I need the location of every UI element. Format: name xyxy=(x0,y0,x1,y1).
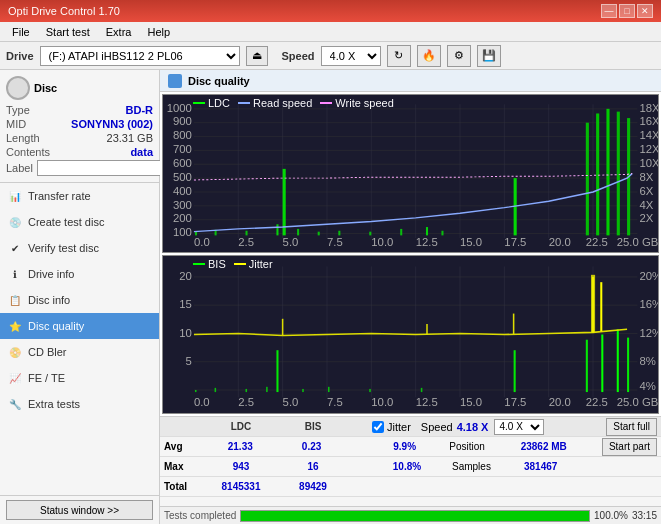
menu-start-test[interactable]: Start test xyxy=(38,24,98,40)
max-bis-value: 16 xyxy=(278,461,348,472)
sidebar-item-label: Create test disc xyxy=(28,216,104,228)
save-button[interactable]: 💾 xyxy=(477,45,501,67)
total-ldc-value: 8145331 xyxy=(206,481,276,492)
svg-text:12.5: 12.5 xyxy=(416,236,438,247)
sidebar-item-extra-tests[interactable]: 🔧 Extra tests xyxy=(0,391,159,417)
disc-mid-value: SONYNN3 (002) xyxy=(71,118,153,130)
svg-rect-59 xyxy=(426,227,428,235)
sidebar-item-cd-bler[interactable]: 📀 CD Bler xyxy=(0,339,159,365)
svg-text:4%: 4% xyxy=(639,380,655,392)
stats-panel: LDC BIS Jitter Speed 4.18 X 4.0 X Start … xyxy=(160,416,661,506)
start-full-button[interactable]: Start full xyxy=(606,418,657,436)
minimize-button[interactable]: — xyxy=(601,4,617,18)
legend-ldc: LDC xyxy=(193,97,230,109)
disc-type-value: BD-R xyxy=(126,104,154,116)
svg-text:15: 15 xyxy=(179,298,192,310)
ldc-legend-color xyxy=(193,102,205,104)
svg-text:20: 20 xyxy=(179,270,192,282)
disc-label-input[interactable] xyxy=(37,160,166,176)
svg-text:2X: 2X xyxy=(639,213,653,224)
maximize-button[interactable]: □ xyxy=(619,4,635,18)
svg-text:15.0: 15.0 xyxy=(460,396,482,408)
svg-rect-112 xyxy=(514,350,516,392)
jitter-checkbox[interactable] xyxy=(372,421,384,433)
drive-label: Drive xyxy=(6,50,34,62)
sidebar-item-fe-te[interactable]: 📈 FE / TE xyxy=(0,365,159,391)
ldc-chart: LDC Read speed Write speed xyxy=(162,94,659,253)
sidebar-item-create-test-disc[interactable]: 💿 Create test disc xyxy=(0,209,159,235)
menu-extra[interactable]: Extra xyxy=(98,24,140,40)
speed-select[interactable]: 4.0 X xyxy=(321,46,381,66)
menu-help[interactable]: Help xyxy=(139,24,178,40)
position-value: 23862 MB xyxy=(521,441,600,452)
sidebar-item-transfer-rate[interactable]: 📊 Transfer rate xyxy=(0,183,159,209)
stats-avg-row: Avg 21.33 0.23 9.9% Position 23862 MB St… xyxy=(160,437,661,457)
drive-info-icon: ℹ xyxy=(8,267,22,281)
progress-bar-area: Tests completed 100.0% 33:15 xyxy=(160,506,661,524)
status-window-button[interactable]: Status window >> xyxy=(6,500,153,520)
svg-rect-106 xyxy=(266,387,268,392)
disc-length-label: Length xyxy=(6,132,40,144)
svg-rect-65 xyxy=(606,109,609,236)
speed-select-stats[interactable]: 4.0 X xyxy=(494,419,544,435)
speed-label: Speed xyxy=(282,50,315,62)
svg-text:0.0: 0.0 xyxy=(194,396,210,408)
main-layout: Disc Type BD-R MID SONYNN3 (002) Length … xyxy=(0,70,661,524)
svg-rect-64 xyxy=(596,113,599,235)
stats-ldc-header: LDC xyxy=(206,421,276,432)
stats-max-row: Max 943 16 10.8% Samples 381467 xyxy=(160,457,661,477)
sidebar-item-drive-info[interactable]: ℹ Drive info xyxy=(0,261,159,287)
svg-rect-55 xyxy=(318,232,320,236)
svg-text:0.0: 0.0 xyxy=(194,236,210,247)
start-part-button[interactable]: Start part xyxy=(602,438,657,456)
burn-button[interactable]: 🔥 xyxy=(417,45,441,67)
sidebar-item-verify-test-disc[interactable]: ✔ Verify test disc xyxy=(0,235,159,261)
disc-info-icon: 📋 xyxy=(8,293,22,307)
disc-mid-label: MID xyxy=(6,118,26,130)
sidebar-item-label: Extra tests xyxy=(28,398,80,410)
svg-rect-107 xyxy=(276,350,278,392)
total-label: Total xyxy=(164,481,204,492)
svg-text:2.5: 2.5 xyxy=(238,396,254,408)
svg-text:5: 5 xyxy=(186,355,192,367)
sidebar-item-disc-info[interactable]: 📋 Disc info xyxy=(0,287,159,313)
progress-time: 33:15 xyxy=(632,510,657,521)
samples-value: 381467 xyxy=(524,461,557,472)
svg-text:800: 800 xyxy=(173,130,192,141)
svg-text:16%: 16% xyxy=(639,298,658,310)
svg-text:25.0 GB: 25.0 GB xyxy=(617,396,658,408)
disc-label-key: Label xyxy=(6,162,33,174)
sidebar-item-label: Verify test disc xyxy=(28,242,99,254)
drive-select[interactable]: (F:) ATAPI iHBS112 2 PL06 xyxy=(40,46,240,66)
svg-text:300: 300 xyxy=(173,199,192,210)
status-section: Status window >> xyxy=(0,495,159,524)
svg-text:16X: 16X xyxy=(639,116,658,127)
legend-read-speed-label: Read speed xyxy=(253,97,312,109)
svg-rect-113 xyxy=(586,340,588,392)
svg-text:8X: 8X xyxy=(639,171,653,182)
svg-rect-53 xyxy=(276,224,278,235)
total-bis-value: 89429 xyxy=(278,481,348,492)
svg-text:12%: 12% xyxy=(639,327,658,339)
disc-section-title: Disc xyxy=(34,82,57,94)
svg-text:6X: 6X xyxy=(639,185,653,196)
refresh-button[interactable]: ↻ xyxy=(387,45,411,67)
svg-text:600: 600 xyxy=(173,158,192,169)
svg-text:10X: 10X xyxy=(639,158,658,169)
disc-label-row: Label 🔍 xyxy=(6,160,153,176)
menu-file[interactable]: File xyxy=(4,24,38,40)
svg-text:20%: 20% xyxy=(639,270,658,282)
sidebar-item-disc-quality[interactable]: ⭐ Disc quality xyxy=(0,313,159,339)
legend-write-speed: Write speed xyxy=(320,97,394,109)
legend-bis-label: BIS xyxy=(208,258,226,270)
svg-text:12.5: 12.5 xyxy=(416,396,438,408)
close-button[interactable]: ✕ xyxy=(637,4,653,18)
eject-button[interactable]: ⏏ xyxy=(246,46,268,66)
bis-chart: BIS Jitter xyxy=(162,255,659,414)
legend-bis: BIS xyxy=(193,258,226,270)
disc-length-row: Length 23.31 GB xyxy=(6,132,153,144)
settings-button[interactable]: ⚙ xyxy=(447,45,471,67)
avg-ldc-value: 21.33 xyxy=(206,441,275,452)
verify-test-icon: ✔ xyxy=(8,241,22,255)
svg-text:22.5: 22.5 xyxy=(586,236,608,247)
